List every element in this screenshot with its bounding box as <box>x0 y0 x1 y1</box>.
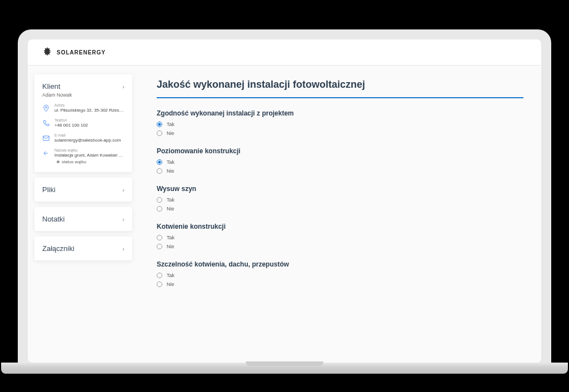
svg-rect-1 <box>43 136 49 140</box>
radio-icon <box>157 197 162 203</box>
radio-option-no[interactable]: Nie <box>157 168 523 174</box>
question-anchoring: Kotwienie konstrukcji Tak Nie <box>157 223 523 249</box>
client-name: Adam Nowak <box>42 92 124 98</box>
radio-label: Tak <box>167 122 174 127</box>
brand-name: SOLARENERGY <box>57 49 106 56</box>
client-card: Klient › Adam Nowak Adres ul. Piłsudskie… <box>34 74 132 172</box>
radio-icon <box>157 168 162 174</box>
client-card-header[interactable]: Klient › <box>42 82 124 91</box>
radio-icon <box>157 159 162 165</box>
radio-option-yes[interactable]: Tak <box>157 197 523 203</box>
location-icon <box>42 104 50 112</box>
chevron-right-icon: › <box>122 187 124 193</box>
notes-title: Notatki <box>42 215 64 223</box>
client-title: Klient <box>42 82 61 91</box>
radio-option-yes[interactable]: Tak <box>157 159 523 165</box>
attachments-card[interactable]: Załączniki › <box>34 237 132 260</box>
title-underline <box>157 97 523 98</box>
thread-status: status wątku <box>62 159 86 164</box>
radio-icon <box>157 282 162 287</box>
radio-option-no[interactable]: Nie <box>157 130 523 136</box>
thread-status-line: status wątku <box>54 159 124 164</box>
radio-icon <box>157 206 162 212</box>
svg-point-0 <box>46 107 47 108</box>
radio-option-yes[interactable]: Tak <box>157 273 523 278</box>
laptop-frame: SOLARENERGY Klient › Adam Nowak Adres ul… <box>18 29 551 363</box>
question-label: Poziomowanie konstrukcji <box>157 147 523 155</box>
question-label: Kotwienie konstrukcji <box>157 223 523 230</box>
phone-label: Telefon <box>54 118 124 122</box>
radio-icon <box>157 244 162 249</box>
radio-label: Tak <box>167 235 174 240</box>
thread-icon <box>42 149 50 157</box>
question-label: Szczelność kotwienia, dachu, przepustów <box>157 260 523 268</box>
question-label: Wysuw szyn <box>157 185 523 193</box>
question-rail-extension: Wysuw szyn Tak Nie <box>157 185 523 212</box>
laptop-base <box>1 363 568 374</box>
app-header: SOLARENERGY <box>28 39 541 66</box>
page-title: Jakość wykonanej instalacji fotowoltaicz… <box>157 79 523 91</box>
chevron-right-icon: › <box>122 83 124 90</box>
app-screen: SOLARENERGY Klient › Adam Nowak Adres ul… <box>28 39 541 363</box>
content-area: Klient › Adam Nowak Adres ul. Piłsudskie… <box>28 66 541 363</box>
sidebar: Klient › Adam Nowak Adres ul. Piłsudskie… <box>28 66 139 363</box>
radio-option-no[interactable]: Nie <box>157 282 523 287</box>
radio-label: Nie <box>167 130 174 136</box>
radio-label: Nie <box>167 244 174 249</box>
client-email-row: E-mail solarenergy@salesbook-app.com <box>42 133 124 143</box>
attachments-title: Załączniki <box>42 244 74 253</box>
radio-label: Nie <box>167 206 174 212</box>
radio-label: Tak <box>167 197 174 203</box>
thread-value: Instalacja grunt, Adam Kowalski Szc... <box>54 153 124 158</box>
notes-card[interactable]: Notatki › <box>34 207 132 231</box>
main-panel: Jakość wykonanej instalacji fotowoltaicz… <box>139 66 541 363</box>
thread-label: Nazwa wątku <box>54 148 124 152</box>
radio-label: Tak <box>167 159 174 165</box>
address-label: Adres <box>54 103 124 107</box>
files-title: Pliki <box>42 185 56 194</box>
client-phone-row: Telefon +48 001 100 102 <box>42 118 124 128</box>
files-card[interactable]: Pliki › <box>34 178 132 202</box>
address-value: ul. Piłsudskiego 32, 35-302 Rzeszów <box>54 108 124 113</box>
question-sealing: Szczelność kotwienia, dachu, przepustów … <box>157 260 523 287</box>
question-leveling: Poziomowanie konstrukcji Tak Nie <box>157 147 523 174</box>
radio-icon <box>157 130 162 136</box>
chevron-right-icon: › <box>122 245 124 252</box>
phone-value: +48 001 100 102 <box>54 123 124 128</box>
phone-icon <box>42 119 50 127</box>
radio-icon <box>157 235 162 240</box>
radio-label: Tak <box>167 273 174 278</box>
solar-gear-icon <box>41 46 53 58</box>
radio-option-no[interactable]: Nie <box>157 244 523 249</box>
status-dot-icon <box>57 160 59 163</box>
client-thread-row: Nazwa wątku Instalacja grunt, Adam Kowal… <box>42 148 124 164</box>
radio-label: Nie <box>167 168 174 174</box>
brand-logo: SOLARENERGY <box>41 46 106 58</box>
chevron-right-icon: › <box>122 216 124 223</box>
radio-icon <box>157 122 162 127</box>
email-value: solarenergy@salesbook-app.com <box>54 138 124 143</box>
client-address-row: Adres ul. Piłsudskiego 32, 35-302 Rzeszó… <box>42 103 124 113</box>
radio-option-yes[interactable]: Tak <box>157 122 523 127</box>
question-label: Zgodność wykonanej instalacji z projekte… <box>157 109 523 117</box>
radio-option-no[interactable]: Nie <box>157 206 523 212</box>
radio-icon <box>157 273 162 278</box>
radio-label: Nie <box>167 282 174 287</box>
radio-option-yes[interactable]: Tak <box>157 235 523 240</box>
question-compliance: Zgodność wykonanej instalacji z projekte… <box>157 109 523 136</box>
email-icon <box>42 134 50 142</box>
email-label: E-mail <box>54 133 124 137</box>
